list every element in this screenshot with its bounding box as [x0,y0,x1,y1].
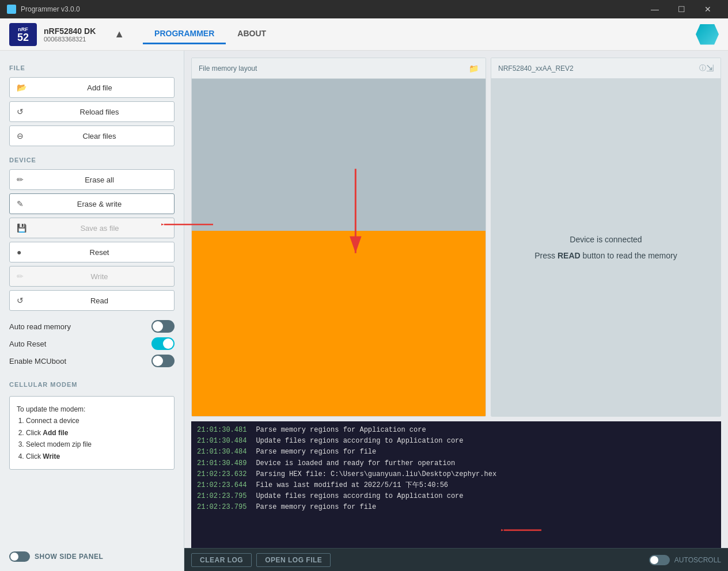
device-memory-panel: NRF52840_xxAA_REV2 ⓘ ⇲ Device is connect… [491,58,721,417]
reset-button[interactable]: ● Reset [9,242,175,262]
log-line: 21:02:23.795Update files regions accordi… [197,491,715,502]
memory-orange-region [192,231,486,416]
erase-write-button[interactable]: ✎ Erase & write [9,193,175,214]
titlebar-left: Programmer v3.0.0 [7,5,80,14]
cellular-step2: Click Add file [26,427,167,439]
minus-circle-icon: ⊖ [17,131,26,140]
file-memory-panel: File memory layout 📁 [191,58,486,417]
resize-icon[interactable]: ⇲ [706,63,714,74]
log-message: Parse memory regions for Application cor… [256,425,426,436]
log-line: 21:01:30.481Parse memory regions for App… [197,425,715,436]
show-side-panel-label: SHOW SIDE PANEL [35,553,103,561]
auto-read-knob [153,321,163,332]
device-memory-header: NRF52840_xxAA_REV2 ⓘ ⇲ [491,58,721,79]
log-message: Parsing HEX file: C:\Users\guanyuan.liu\… [256,469,496,480]
minimize-button[interactable]: — [642,0,668,18]
device-name-block: nRF52840 DK 000683368321 [44,26,96,43]
write-button[interactable]: ✏ Write [9,266,175,287]
show-side-panel[interactable]: SHOW SIDE PANEL [9,545,175,562]
erase-all-button[interactable]: ✏ Erase all [9,169,175,190]
mcuboot-toggle[interactable] [151,355,175,367]
auto-reset-knob [163,338,173,349]
reload-icon: ↺ [17,107,26,116]
side-panel-knob [10,553,18,561]
titlebar-controls: — ☐ ✕ [642,0,721,18]
auto-reset-label: Auto Reset [9,340,147,348]
close-button[interactable]: ✕ [695,0,721,18]
log-line: 21:02:23.795Parse memory regions for fil… [197,502,715,513]
read-bold: READ [558,251,581,260]
device-connected-text: Device is connected [570,235,642,244]
auto-reset-toggle[interactable] [151,337,175,350]
clear-log-button[interactable]: CLEAR LOG [191,553,252,567]
content-area: File memory layout 📁 [184,51,728,571]
auto-read-toggle[interactable] [151,320,175,333]
refresh-icon: ↺ [17,296,26,305]
cellular-section-label: CELLULAR MODEM [9,381,175,388]
side-panel-toggle[interactable] [9,551,30,562]
nordic-logo [696,24,719,45]
reload-files-button[interactable]: ↺ Reload files [9,101,175,122]
folder-icon[interactable]: 📁 [469,64,479,73]
file-memory-header: File memory layout 📁 [192,58,486,79]
device-badge: nRF 52 [9,23,37,46]
cellular-step1: Connect a device [26,415,167,427]
device-section-label: DEVICE [9,157,175,163]
log-time: 21:01:30.481 [197,425,247,436]
app-logo [7,5,16,14]
log-time: 21:02:23.632 [197,469,247,480]
nav-triangle-icon: ▲ [114,28,124,40]
auto-read-toggle-row: Auto read memory [9,320,175,333]
tab-programmer[interactable]: PROGRAMMER [143,24,226,44]
device-panel-content: Device is connected Press READ button to… [491,79,721,416]
titlebar: Programmer v3.0.0 — ☐ ✕ [0,0,728,18]
info-icon[interactable]: ⓘ [699,63,706,73]
autoscroll-area: AUTOSCROLL [649,555,721,565]
log-time: 21:02:23.795 [197,491,247,502]
mcuboot-toggle-row: Enable MCUboot [9,355,175,367]
log-line: 21:01:30.489Device is loaded and ready f… [197,458,715,469]
maximize-button[interactable]: ☐ [668,0,695,18]
log-time: 21:01:30.489 [197,458,247,469]
device-number: 52 [17,32,29,43]
panels-row: File memory layout 📁 [184,51,728,417]
log-line: 21:01:30.484Parse memory regions for fil… [197,447,715,458]
pencil-icon: ✎ [17,199,26,208]
log-content: 21:01:30.481Parse memory regions for App… [191,421,721,548]
memory-gray-region [192,79,486,231]
log-time: 21:02:23.644 [197,480,247,491]
mcuboot-label: Enable MCUboot [9,357,147,366]
app-title: Programmer v3.0.0 [21,5,80,13]
nav-logo [696,24,719,45]
device-serial: 000683368321 [44,36,96,43]
read-button[interactable]: ↺ Read [9,290,175,311]
folder-open-icon: 📂 [17,83,26,92]
main-layout: FILE 📂 Add file ↺ Reload files ⊖ Clear f… [0,51,728,571]
log-message: File was last modified at 2022/5/11 下午5:… [256,480,448,491]
auto-read-label: Auto read memory [9,322,147,331]
file-memory-title: File memory layout [199,64,469,73]
save-as-file-button[interactable]: 💾 Save as file [9,218,175,238]
autoscroll-toggle[interactable] [649,555,670,565]
log-line: 21:01:30.484Update files regions accordi… [197,436,715,447]
circle-icon: ● [17,248,26,257]
device-prefix: nRF [18,26,28,32]
cellular-modem-box: To update the modem: Connect a device Cl… [9,396,175,470]
mcuboot-knob [153,356,163,366]
log-time: 21:01:30.484 [197,436,247,447]
log-line: 21:02:23.644File was last modified at 20… [197,480,715,491]
clear-files-button[interactable]: ⊖ Clear files [9,125,175,146]
eraser-icon: ✏ [17,175,26,184]
device-read-msg: Press READ button to read the memory [534,251,677,260]
cellular-step4: Click Write [26,451,167,462]
tab-about[interactable]: ABOUT [226,24,278,44]
add-file-button[interactable]: 📂 Add file [9,77,175,98]
nav-tabs: PROGRAMMER ABOUT [143,24,278,44]
save-icon: 💾 [17,223,26,233]
device-info: nRF 52 nRF52840 DK 000683368321 ▲ PROGRA… [9,23,696,46]
open-log-file-button[interactable]: OPEN LOG FILE [256,553,331,567]
log-area: 21:01:30.481Parse memory regions for App… [191,421,721,548]
autoscroll-knob [650,556,658,564]
file-section-label: FILE [9,64,175,71]
log-message: Update files regions according to Applic… [256,491,463,502]
